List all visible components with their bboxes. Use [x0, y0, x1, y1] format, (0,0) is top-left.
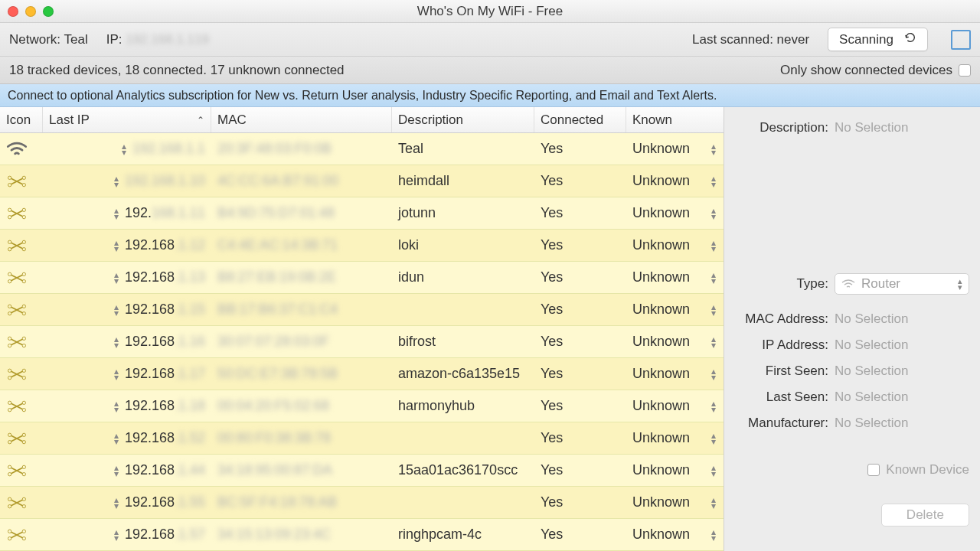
status-text: 18 tracked devices, 18 connected. 17 unk…	[9, 63, 345, 78]
cell-known: Unknown▴▾	[626, 294, 724, 325]
chevron-up-icon: ⌃	[197, 115, 204, 126]
cell-last-ip: ▴▾192.168.1.52	[43, 422, 211, 454]
panel-ip-label: IP Address:	[735, 337, 835, 353]
stepper-icon[interactable]: ▴▾	[114, 465, 119, 477]
table-row[interactable]: ▴▾192.168.1.15BB:17:B6:37:C1:C4YesUnknow…	[0, 294, 724, 326]
close-icon[interactable]	[8, 6, 18, 17]
stepper-icon[interactable]: ▴▾	[711, 336, 716, 348]
cell-mac: 30:07:07:28:03:0F	[211, 326, 392, 357]
col-connected[interactable]: Connected	[534, 107, 626, 132]
svg-point-45	[8, 536, 11, 540]
svg-point-7	[22, 215, 25, 218]
table-row[interactable]: ▴▾192.168.1.12C4:4E:AC:14:3B:71lokiYesUn…	[0, 230, 724, 262]
cell-mac: 34:15:13:09:23:4C	[211, 519, 392, 550]
svg-point-43	[22, 504, 25, 507]
stepper-icon[interactable]: ▴▾	[711, 432, 716, 445]
table-row[interactable]: ▴▾192.168.1.1750:DC:E7:3B:78:5Bamazon-c6…	[0, 358, 724, 390]
col-description[interactable]: Description	[392, 107, 534, 132]
stepper-icon[interactable]: ▴▾	[711, 368, 716, 380]
cell-mac: C4:4E:AC:14:3B:71	[211, 230, 392, 261]
stepper-icon[interactable]: ▴▾	[711, 497, 716, 509]
table-row[interactable]: ▴▾192.168.1.55BC:5F:F4:18:78:ABYesUnknow…	[0, 487, 724, 519]
col-known[interactable]: Known	[626, 107, 724, 132]
table-row[interactable]: ▴▾192.168.1.11B4:9D:75:D7:01:48jotunnYes…	[0, 197, 724, 230]
stepper-icon[interactable]: ▴▾	[711, 465, 716, 477]
minimize-icon[interactable]	[25, 6, 36, 17]
cell-description: 15aa01ac36170scc	[392, 455, 534, 486]
cell-known: Unknown▴▾	[626, 519, 724, 550]
stepper-icon[interactable]: ▴▾	[114, 240, 119, 252]
table-row[interactable]: ▴▾192.168.1.104C:CC:6A:B7:91:00heimdallY…	[0, 165, 724, 197]
cell-last-ip: ▴▾192.168.1.11	[43, 197, 211, 229]
stepper-icon[interactable]: ▴▾	[711, 175, 716, 187]
svg-point-33	[8, 440, 11, 443]
stepper-icon[interactable]: ▴▾	[114, 336, 119, 348]
known-device-checkbox[interactable]	[867, 464, 880, 476]
cell-mac: 50:DC:E7:3B:78:5B	[211, 358, 392, 390]
cell-last-ip: ▴▾192.168.1.44	[43, 455, 211, 486]
panel-lastseen-label: Last Seen:	[735, 390, 835, 405]
cell-last-ip: ▴▾192.168.1.15	[43, 294, 211, 325]
table-row[interactable]: ▴▾192.168.1.13B8:27:EB:19:0B:2EidunYesUn…	[0, 262, 724, 294]
table-row[interactable]: ▴▾192.168.1.1630:07:07:28:03:0FbifrostYe…	[0, 326, 724, 358]
stepper-icon[interactable]: ▴▾	[711, 240, 716, 252]
stepper-icon[interactable]: ▴▾	[711, 143, 716, 155]
panel-mac-value: No Selection	[835, 311, 908, 327]
svg-point-15	[22, 279, 25, 282]
stepper-icon[interactable]: ▴▾	[114, 400, 119, 412]
stepper-icon[interactable]: ▴▾	[114, 432, 119, 445]
network-label: Network: Teal	[9, 32, 88, 47]
focus-indicator[interactable]	[951, 30, 971, 50]
col-last-ip[interactable]: Last IP⌃	[43, 107, 211, 132]
stepper-icon[interactable]: ▴▾	[114, 175, 119, 187]
col-icon[interactable]: Icon	[0, 107, 43, 132]
svg-point-46	[22, 530, 25, 533]
cell-connected: Yes	[534, 294, 626, 325]
network-node-icon	[0, 197, 43, 229]
wifi-icon	[841, 279, 855, 289]
stepper-icon[interactable]: ▴▾	[711, 272, 716, 284]
stepper-icon[interactable]: ▴▾	[114, 304, 119, 316]
cell-connected: Yes	[534, 197, 626, 229]
svg-point-31	[22, 408, 25, 411]
cell-description: heimdall	[392, 165, 534, 197]
cell-connected: Yes	[534, 455, 626, 486]
cell-known: Unknown▴▾	[626, 326, 724, 357]
cell-known: Unknown▴▾	[626, 262, 724, 293]
type-select[interactable]: Router ▴▾	[835, 273, 969, 295]
table-row[interactable]: ▴▾192.168.1.1800:04:20:F5:02:68harmonyhu…	[0, 390, 724, 422]
table-row[interactable]: ▴▾192.168.1.5200:80:F0:38:3B:78YesUnknow…	[0, 422, 724, 455]
network-node-icon	[0, 294, 43, 325]
svg-point-35	[22, 440, 25, 443]
analytics-banner[interactable]: Connect to optional Analytics subscripti…	[0, 84, 980, 107]
cell-description: amazon-c6a135e15	[392, 358, 534, 390]
stepper-icon[interactable]: ▴▾	[122, 143, 126, 155]
only-connected-checkbox[interactable]	[959, 64, 971, 77]
cell-mac: BC:5F:F4:18:78:AB	[211, 487, 392, 518]
stepper-icon[interactable]: ▴▾	[114, 529, 119, 541]
stepper-icon[interactable]: ▴▾	[711, 207, 716, 220]
table-row[interactable]: ▴▾192.168.1.5734:15:13:09:23:4Cringhpcam…	[0, 519, 724, 551]
cell-known: Unknown▴▾	[626, 487, 724, 518]
cell-known: Unknown▴▾	[626, 390, 724, 422]
table-row[interactable]: ▴▾192.168.1.120:3F:48:03:F0:0BTealYesUnk…	[0, 133, 724, 165]
zoom-icon[interactable]	[43, 6, 54, 17]
panel-description-value: No Selection	[835, 120, 908, 135]
device-table: Icon Last IP⌃ MAC Description Connected …	[0, 107, 724, 551]
col-mac[interactable]: MAC	[211, 107, 392, 132]
cell-mac: B4:9D:75:D7:01:48	[211, 197, 392, 229]
network-node-icon	[0, 165, 43, 197]
stepper-icon[interactable]: ▴▾	[114, 272, 119, 284]
stepper-icon[interactable]: ▴▾	[114, 368, 119, 380]
stepper-icon[interactable]: ▴▾	[114, 207, 119, 220]
stepper-icon[interactable]: ▴▾	[711, 529, 716, 541]
stepper-icon[interactable]: ▴▾	[711, 304, 716, 316]
table-row[interactable]: ▴▾192.168.1.4434:18:95:00:87:DA15aa01ac3…	[0, 455, 724, 487]
scan-button[interactable]: Scanning	[828, 28, 928, 51]
svg-point-5	[8, 215, 11, 218]
delete-button[interactable]: Delete	[881, 504, 969, 527]
stepper-icon[interactable]: ▴▾	[114, 497, 119, 509]
stepper-icon[interactable]: ▴▾	[711, 400, 716, 412]
cell-last-ip: ▴▾192.168.1.17	[43, 358, 211, 390]
svg-point-19	[22, 311, 25, 315]
